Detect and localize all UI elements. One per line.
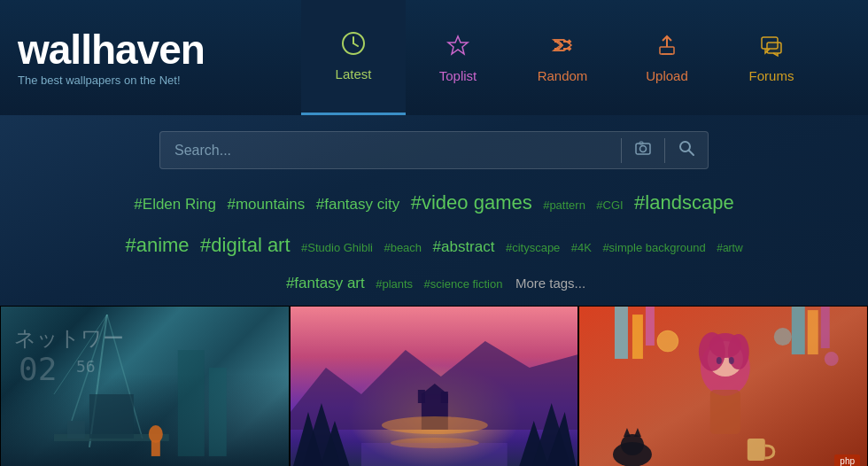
tag-beach[interactable]: #beach	[384, 237, 422, 260]
logo-subtitle: The best wallpapers on the Net!	[18, 74, 301, 87]
svg-rect-24	[209, 368, 227, 456]
tag-fantasy-art[interactable]: #fantasy art	[286, 268, 365, 299]
svg-line-12	[689, 151, 694, 156]
svg-point-52	[709, 333, 741, 358]
search-area	[0, 131, 868, 169]
random-icon	[550, 33, 575, 61]
svg-text:56: 56	[76, 357, 96, 376]
wallpaper-item-1[interactable]: ネットワー 02 56	[0, 306, 290, 466]
svg-rect-55	[710, 390, 740, 434]
logo-area: wallhaven The best wallpapers on the Net…	[18, 29, 301, 87]
nav-item-latest[interactable]: Latest	[301, 0, 406, 115]
svg-point-53	[717, 357, 722, 364]
wallpaper-grid: ネットワー 02 56	[0, 306, 868, 466]
tag-digital-art[interactable]: #digital art	[200, 226, 291, 265]
tag-fantasy-city[interactable]: #fantasy city	[316, 190, 400, 220]
search-button[interactable]	[665, 132, 708, 168]
nav-item-forums[interactable]: Forums	[719, 0, 824, 115]
tag-artw[interactable]: #artw	[717, 237, 742, 259]
tag-elden-ring[interactable]: #Elden Ring	[134, 190, 216, 220]
nav-label-random: Random	[538, 68, 588, 83]
svg-rect-19	[67, 421, 85, 439]
tag-4k[interactable]: #4K	[571, 237, 592, 260]
tag-video-games[interactable]: #video games	[411, 183, 532, 222]
svg-rect-45	[792, 307, 805, 354]
svg-rect-47	[821, 307, 830, 348]
logo-title: wallhaven	[18, 29, 301, 70]
forums-icon	[759, 33, 784, 61]
svg-line-2	[353, 43, 358, 46]
tags-row-3: #fantasy art #plants #science fiction Mo…	[18, 267, 850, 300]
tag-science-fiction[interactable]: #science fiction	[424, 273, 503, 296]
nav-item-random[interactable]: Random	[510, 0, 615, 115]
svg-rect-4	[660, 47, 674, 54]
tag-cgi[interactable]: #CGI	[596, 194, 623, 217]
tag-anime[interactable]: #anime	[125, 226, 189, 265]
svg-rect-21	[151, 440, 160, 456]
svg-point-20	[149, 425, 163, 443]
header: wallhaven The best wallpapers on the Net…	[0, 0, 868, 115]
svg-rect-43	[632, 315, 643, 359]
svg-point-63	[825, 352, 839, 366]
svg-rect-46	[808, 310, 818, 354]
tag-studio-ghibli[interactable]: #Studio Ghibli	[301, 237, 373, 260]
svg-rect-44	[646, 307, 655, 346]
nav-label-toplist: Toplist	[439, 68, 477, 83]
tag-simple-background[interactable]: #simple background	[602, 237, 705, 260]
tag-landscape[interactable]: #landscape	[634, 183, 734, 222]
svg-rect-7	[767, 43, 781, 53]
latest-icon	[341, 31, 366, 59]
nav-label-latest: Latest	[336, 66, 372, 82]
tag-pattern[interactable]: #pattern	[543, 194, 585, 217]
nav-item-toplist[interactable]: Toplist	[406, 0, 510, 115]
nav-item-upload[interactable]: Upload	[615, 0, 719, 115]
toplist-icon	[446, 33, 470, 61]
wallpaper-item-2[interactable]	[290, 306, 579, 466]
search-input[interactable]	[160, 134, 621, 167]
tag-plants[interactable]: #plants	[376, 273, 413, 296]
php-badge: php	[834, 454, 860, 466]
wallpaper-item-3[interactable]: php	[578, 306, 868, 466]
nav-label-upload: Upload	[646, 68, 688, 83]
tag-abstract[interactable]: #abstract	[433, 232, 495, 262]
svg-rect-18	[89, 394, 134, 439]
svg-line-15	[54, 315, 107, 394]
tags-row-2: #anime #digital art #Studio Ghibli #beac…	[18, 224, 850, 267]
svg-point-9	[640, 146, 647, 152]
svg-rect-29	[418, 390, 425, 403]
svg-point-62	[774, 328, 792, 346]
tag-cityscape[interactable]: #cityscape	[506, 237, 560, 260]
camera-search-button[interactable]	[622, 132, 664, 168]
search-container	[159, 131, 709, 169]
svg-point-54	[729, 357, 734, 364]
svg-point-61	[657, 330, 678, 352]
svg-point-32	[382, 416, 488, 434]
svg-rect-23	[178, 350, 205, 456]
upload-icon	[655, 33, 679, 61]
nav-label-forums: Forums	[749, 68, 794, 83]
tags-row-1: #Elden Ring #mountains #fantasy city #vi…	[18, 182, 850, 224]
svg-point-57	[621, 434, 644, 455]
svg-rect-42	[615, 307, 628, 359]
svg-rect-60	[748, 439, 765, 461]
main-nav: Latest Toplist	[301, 0, 824, 115]
tag-mountains[interactable]: #mountains	[227, 190, 305, 220]
svg-marker-3	[448, 36, 468, 54]
svg-point-40	[391, 438, 479, 448]
more-tags-link[interactable]: More tags...	[515, 270, 585, 297]
tags-area: #Elden Ring #mountains #fantasy city #vi…	[0, 182, 868, 300]
